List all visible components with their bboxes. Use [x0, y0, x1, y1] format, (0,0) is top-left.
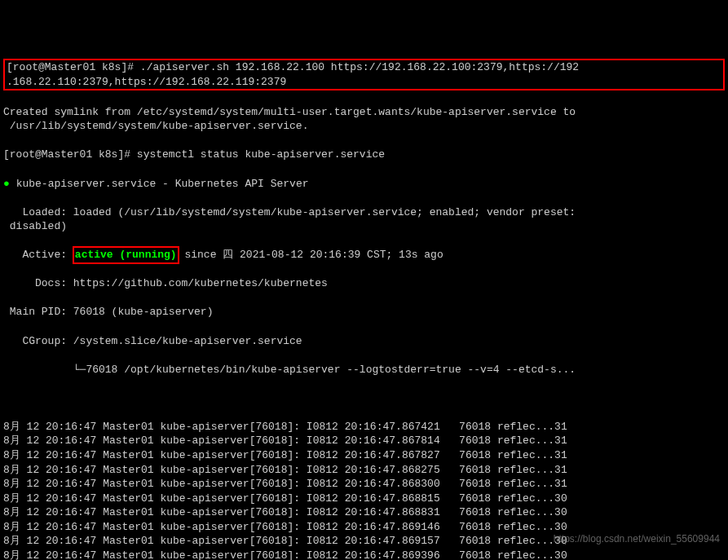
log-line: 8月 12 20:16:47 Master01 kube-apiserver[7… — [3, 549, 725, 560]
status-cgroup1: CGroup: /system.slice/kube-apiserver.ser… — [3, 334, 725, 349]
log-line: 8月 12 20:16:47 Master01 kube-apiserver[7… — [3, 420, 725, 434]
status-dot-icon: ● — [3, 178, 10, 190]
command-text[interactable]: systemctl status kube-apiserver.service — [137, 148, 385, 161]
log-line: 8月 12 20:16:47 Master01 kube-apiserver[7… — [3, 492, 725, 506]
log-line: 8月 12 20:16:47 Master01 kube-apiserver[7… — [3, 477, 725, 492]
prompt: [root@Master01 k8s]# — [7, 61, 140, 73]
service-name: kube-apiserver.service - Kubernetes API … — [16, 178, 309, 190]
log-line: 8月 12 20:16:47 Master01 kube-apiserver[7… — [3, 448, 725, 463]
status-docs: Docs: https://github.com/kubernetes/kube… — [3, 276, 725, 291]
status-loaded: Loaded: loaded (/usr/lib/systemd/system/… — [3, 205, 725, 234]
status-header: ● kube-apiserver.service - Kubernetes AP… — [3, 177, 725, 192]
blank — [3, 391, 725, 406]
log-line: 8月 12 20:16:47 Master01 kube-apiserver[7… — [3, 463, 725, 478]
symlink-output: Created symlink from /etc/systemd/system… — [3, 105, 725, 134]
watermark: https://blog.csdn.net/weixin_55609944 — [554, 532, 720, 545]
prompt: [root@Master01 k8s]# — [3, 148, 137, 161]
active-running-badge: active (running) — [75, 249, 177, 261]
status-active: Active: active (running) since 四 2021-08… — [3, 248, 725, 262]
command-apiserver: [root@Master01 k8s]# ./apiserver.sh 192.… — [3, 59, 725, 90]
log-line: 8月 12 20:16:47 Master01 kube-apiserver[7… — [3, 505, 725, 520]
command-status: [root@Master01 k8s]# systemctl status ku… — [3, 148, 725, 162]
log-line: 8月 12 20:16:47 Master01 kube-apiserver[7… — [3, 434, 725, 448]
status-mainpid: Main PID: 76018 (kube-apiserver) — [3, 305, 725, 320]
status-cgroup2: └─76018 /opt/kubernetes/bin/kube-apiserv… — [3, 363, 725, 377]
